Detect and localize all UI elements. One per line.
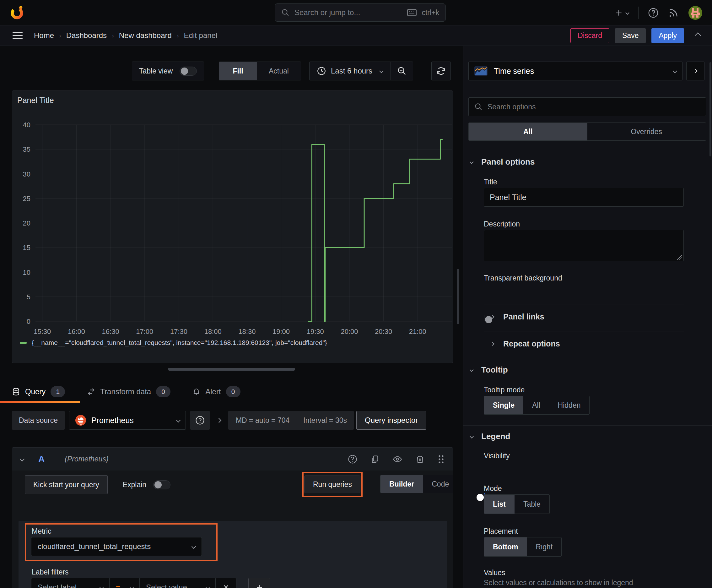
chevron-down-icon [625,11,629,15]
breadcrumb-separator: › [59,32,61,39]
select-label-dropdown[interactable]: Select label [31,578,110,588]
menu-button[interactable] [13,31,23,40]
query-inspector-button[interactable]: Query inspector [356,411,426,430]
keyboard-icon [407,9,416,16]
list-option[interactable]: List [484,495,515,513]
duplicate-query-button[interactable] [370,455,379,464]
metric-label: Metric [32,527,51,536]
collapse-sidebar-button[interactable] [686,62,705,80]
panel-options-header[interactable]: Panel options [470,157,535,167]
label-filter-row: Select label = Select value [31,578,270,588]
run-queries-button[interactable]: Run queries [304,476,360,493]
tooltip-all-option[interactable]: All [523,396,549,414]
fill-option[interactable]: Fill [219,62,257,80]
search-shortcut: ctrl+k [422,8,439,17]
search-options-input[interactable]: Search options [468,97,706,116]
plus-icon [615,9,623,17]
tooltip-hidden-option[interactable]: Hidden [549,396,589,414]
bottom-option[interactable]: Bottom [484,538,527,556]
kick-start-button[interactable]: Kick start your query [25,475,108,494]
pane-resize-handle[interactable] [168,368,295,371]
svg-text:0: 0 [27,318,30,326]
discard-button[interactable]: Discard [570,28,609,43]
scrollbar-thumb[interactable] [457,269,459,324]
datasource-row: Data source Prometheus MD = auto = 704 I… [12,411,426,430]
legend-header[interactable]: Legend [470,432,510,441]
repeat-options-section[interactable]: Repeat options [491,339,560,348]
toggle-query-visibility-button[interactable] [392,455,403,464]
chart-legend: {__name__="cloudflared_tunnel_total_requ… [20,339,327,346]
chevron-down-icon [176,418,180,422]
select-value-dropdown[interactable]: Select value [140,578,216,588]
panel-title-input[interactable]: Panel Title [484,188,684,207]
time-series-chart[interactable]: 051015202530354015:3016:0016:3017:0017:3… [15,117,452,337]
help-button[interactable] [648,7,659,18]
zoom-out-button[interactable] [391,62,413,80]
editor-tabs: Query 1 Transform data 0 Alert 0 [0,381,453,403]
actual-option[interactable]: Actual [257,62,301,80]
search-icon [281,8,289,17]
refresh-button[interactable] [431,62,451,80]
builder-option[interactable]: Builder [381,475,423,493]
news-button[interactable] [668,7,679,18]
table-view-toggle[interactable] [179,67,197,76]
tooltip-single-option[interactable]: Single [484,396,523,414]
transparent-bg-toggle[interactable] [484,315,484,321]
delete-query-button[interactable] [416,455,425,464]
legend-series-swatch[interactable] [20,342,27,344]
description-textarea[interactable] [484,230,684,261]
panel-options-title: Panel options [481,157,535,167]
legend-series-name[interactable]: {__name__="cloudflared_tunnel_total_requ… [32,339,327,346]
overrides-option[interactable]: Overrides [587,123,706,141]
tab-transform[interactable]: Transform data 0 [87,381,170,403]
add-new-button[interactable] [615,9,629,17]
panel-links-section[interactable]: Panel links [491,312,544,321]
avatar[interactable] [688,6,703,20]
collapse-query-icon[interactable] [20,457,25,462]
tab-alert[interactable]: Alert 0 [192,381,240,403]
panel-title[interactable]: Panel Title [17,96,54,105]
chevron-right-icon[interactable] [217,418,222,423]
svg-text:18:00: 18:00 [204,328,222,335]
grafana-logo-icon[interactable] [9,4,25,21]
query-row-header[interactable]: A (Prometheus) [12,447,453,470]
metric-select[interactable]: cloudflared_tunnel_total_requests [31,537,202,556]
breadcrumb-new-dashboard[interactable]: New dashboard [119,31,172,40]
scrollbar-thumb[interactable] [710,62,711,156]
visualization-picker[interactable]: Time series [468,62,683,80]
collapse-toolbar-icon[interactable] [695,33,701,39]
breadcrumb-dashboards[interactable]: Dashboards [66,31,107,40]
operator-dropdown[interactable]: = [110,578,140,588]
global-search-input[interactable]: Search or jump to... ctrl+k [275,3,446,22]
resize-handle-icon[interactable] [677,255,682,260]
tooltip-header[interactable]: Tooltip [470,365,508,375]
tab-alert-count: 0 [226,386,240,397]
apply-button[interactable]: Apply [651,28,684,43]
tab-query[interactable]: Query 1 [12,381,65,403]
transform-icon [87,387,95,396]
chevron-down-icon [192,544,196,549]
placement-label: Placement [484,527,518,536]
save-button[interactable]: Save [615,28,646,43]
grip-icon [438,455,445,464]
svg-text:17:00: 17:00 [136,328,153,335]
datasource-picker[interactable]: Prometheus [69,411,186,430]
right-option[interactable]: Right [527,538,561,556]
svg-text:20:30: 20:30 [375,328,392,335]
all-option[interactable]: All [469,123,587,141]
add-filter-button[interactable] [248,578,270,588]
tooltip-mode-label: Tooltip mode [484,386,524,394]
remove-filter-button[interactable] [216,578,236,588]
explain-toggle[interactable] [153,480,170,489]
datasource-help-button[interactable] [190,411,210,430]
code-option[interactable]: Code [423,475,453,493]
chevron-down-icon [470,435,474,439]
operator-value: = [116,583,120,588]
table-option[interactable]: Table [515,495,549,513]
svg-text:10: 10 [23,269,30,276]
time-range-button[interactable]: Last 6 hours [309,62,390,80]
breadcrumb-home[interactable]: Home [34,31,54,40]
drag-query-handle[interactable] [438,455,445,464]
max-datapoints-stat: MD = auto = 704 [236,416,289,425]
query-help-button[interactable] [348,455,357,464]
